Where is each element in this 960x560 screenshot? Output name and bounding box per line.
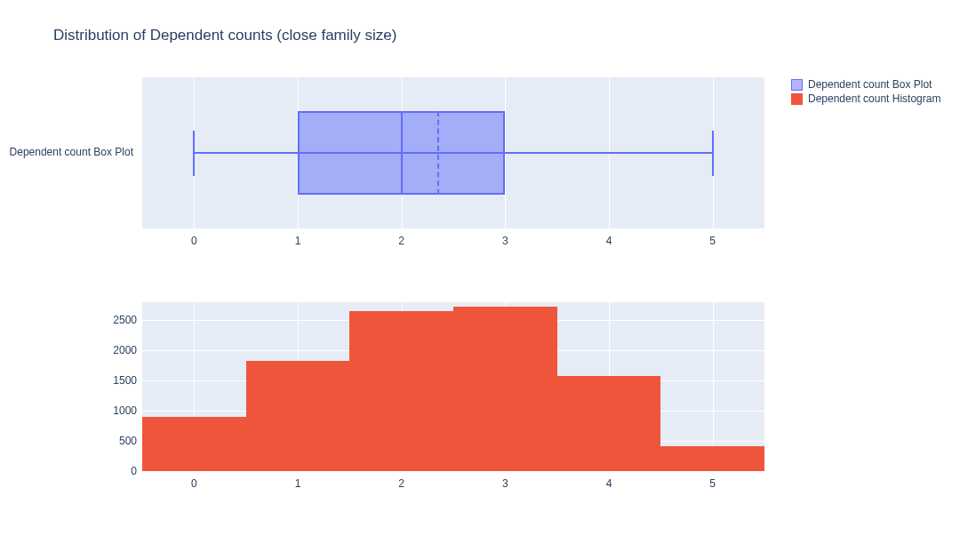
whisker-cap-max (712, 131, 714, 176)
y-tick-label: 500 (105, 435, 137, 447)
y-tick-label: 2500 (105, 314, 137, 326)
x-tick-label: 1 (289, 477, 307, 490)
histogram-bar (557, 376, 661, 471)
legend: Dependent count Box Plot Dependent count… (791, 78, 940, 107)
legend-swatch-hist (791, 93, 803, 105)
y-tick-label: 2000 (105, 344, 137, 356)
x-tick-label: 2 (393, 235, 411, 247)
box-y-category-label: Dependent count Box Plot (2, 146, 133, 158)
x-tick-label: 0 (185, 235, 203, 247)
x-tick-label: 4 (600, 477, 618, 490)
x-tick-label: 5 (704, 477, 722, 490)
x-tick-label: 2 (393, 477, 411, 490)
x-tick-label: 3 (496, 477, 514, 490)
legend-swatch-box (791, 79, 803, 91)
legend-label: Dependent count Histogram (808, 92, 940, 105)
y-tick-label: 1000 (105, 404, 137, 417)
x-tick-label: 3 (496, 235, 514, 247)
histogram-plot-area[interactable] (142, 302, 764, 471)
legend-item-hist[interactable]: Dependent count Histogram (791, 92, 940, 105)
chart-title: Distribution of Dependent counts (close … (53, 27, 396, 44)
histogram-bar (142, 417, 246, 471)
histogram-bar (453, 307, 557, 471)
gridline (142, 471, 764, 472)
y-tick-label: 1500 (105, 374, 137, 387)
legend-item-box[interactable]: Dependent count Box Plot (791, 78, 940, 91)
y-tick-label: 0 (105, 465, 137, 477)
x-tick-label: 5 (704, 235, 722, 247)
histogram-bar (660, 446, 764, 472)
whisker-cap-min (193, 131, 195, 176)
histogram-bar (349, 311, 453, 471)
box-mean (437, 111, 439, 195)
x-tick-label: 0 (185, 477, 203, 490)
x-tick-label: 1 (289, 235, 307, 247)
histogram-bar (246, 361, 350, 471)
x-tick-label: 4 (600, 235, 618, 247)
box-median (401, 111, 403, 195)
legend-label: Dependent count Box Plot (808, 78, 932, 91)
box-plot-area[interactable] (142, 77, 764, 228)
